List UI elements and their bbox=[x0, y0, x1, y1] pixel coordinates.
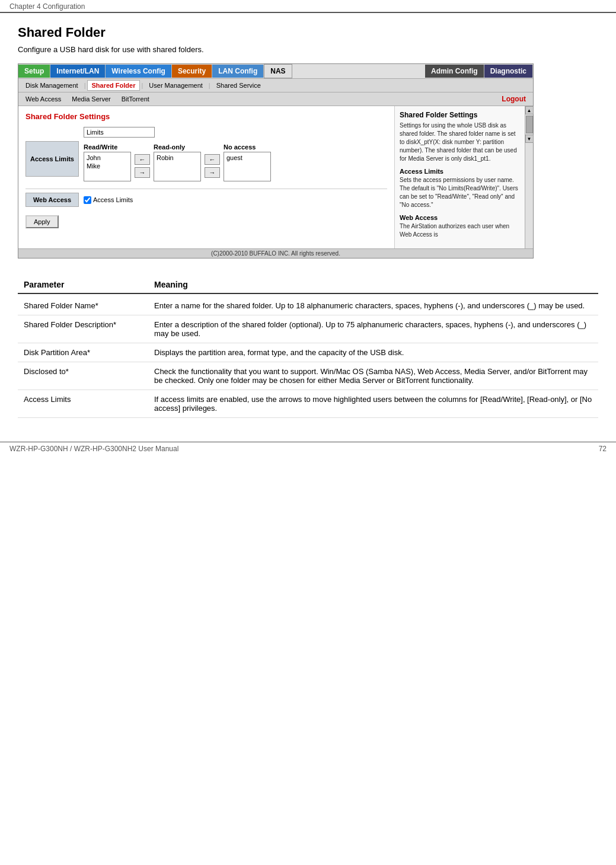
read-write-column: Read/Write John Mike bbox=[84, 143, 131, 181]
nav-tab-wireless-config[interactable]: Wireless Config bbox=[106, 65, 172, 78]
list-item[interactable]: Robin bbox=[155, 154, 199, 162]
arrow-col-left: ← → bbox=[135, 143, 150, 178]
ui-screenshot-box: Setup Internet/LAN Wireless Config Secur… bbox=[18, 63, 534, 258]
param-name: Shared Folder Name* bbox=[18, 293, 148, 315]
param-col-header: Parameter bbox=[18, 276, 148, 293]
web-access-label: Web Access bbox=[25, 193, 79, 207]
help-section2-text: The AirStation authorizes each user when… bbox=[400, 222, 520, 239]
logout-button[interactable]: Logout bbox=[497, 94, 531, 104]
web-access-content: Access Limits bbox=[79, 194, 138, 206]
form-panel: Shared Folder Settings Limits Access Lim… bbox=[18, 106, 394, 248]
table-row: Shared Folder Description*Enter a descri… bbox=[18, 315, 598, 343]
no-access-header: No access bbox=[224, 143, 271, 151]
param-name: Shared Folder Description* bbox=[18, 315, 148, 343]
nav-tab-lan-config[interactable]: LAN Config bbox=[212, 65, 264, 78]
nav2-shared-service[interactable]: Shared Service bbox=[212, 80, 266, 91]
list-item[interactable]: Mike bbox=[85, 162, 129, 170]
nav-tab-internet-lan[interactable]: Internet/LAN bbox=[50, 65, 106, 78]
breadcrumb-text: Chapter 4 Configuration bbox=[9, 2, 85, 11]
read-only-list[interactable]: Robin bbox=[154, 152, 201, 181]
nav-tab-setup[interactable]: Setup bbox=[18, 65, 50, 78]
nav3-bittorrent[interactable]: BitTorrent bbox=[117, 94, 154, 104]
param-name: Disk Partition Area* bbox=[18, 343, 148, 362]
list-item[interactable]: guest bbox=[225, 154, 269, 162]
param-meaning: Check the functionality that you want to… bbox=[148, 362, 598, 390]
arrow-right-btn[interactable]: → bbox=[135, 167, 150, 178]
param-meaning: If access limits are enabled, use the ar… bbox=[148, 390, 598, 418]
help-section1-text: Sets the access permissions by user name… bbox=[400, 176, 520, 209]
limits-dropdown[interactable]: Limits bbox=[84, 127, 155, 138]
breadcrumb: Chapter 4 Configuration bbox=[0, 0, 616, 13]
table-row: Disk Partition Area*Displays the partiti… bbox=[18, 343, 598, 362]
no-access-column: No access guest bbox=[224, 143, 271, 181]
read-only-header: Read-only bbox=[154, 143, 201, 151]
table-row: Shared Folder Name*Enter a name for the … bbox=[18, 293, 598, 315]
nav-row2: Disk Management | Shared Folder | User M… bbox=[18, 79, 533, 92]
param-name: Access Limits bbox=[18, 390, 148, 418]
access-limits-content: Read/Write John Mike ← → bbox=[79, 141, 387, 184]
help-panel: Shared Folder Settings Settings for usin… bbox=[394, 106, 525, 248]
page-title: Shared Folder bbox=[18, 25, 598, 40]
scroll-thumb[interactable] bbox=[526, 116, 533, 133]
table-row: Disclosed to*Check the functionality tha… bbox=[18, 362, 598, 390]
ui-footer-bar: (C)2000-2010 BUFFALO INC. All rights res… bbox=[18, 248, 533, 258]
access-limits-label: Access Limits bbox=[25, 141, 79, 177]
no-access-list[interactable]: guest bbox=[224, 152, 271, 181]
section-description: Configure a USB hard disk for use with s… bbox=[18, 45, 598, 54]
list-item[interactable]: John bbox=[85, 154, 129, 162]
arrow-col-right: ← → bbox=[205, 143, 220, 178]
nav-tab-nas[interactable]: NAS bbox=[264, 64, 292, 78]
help-intro-text: Settings for using the whole USB disk as… bbox=[400, 122, 520, 163]
help-panel-title: Shared Folder Settings bbox=[400, 111, 520, 119]
nav-tab-diagnostic[interactable]: Diagnostic bbox=[484, 65, 533, 78]
help-section1-title: Access Limits bbox=[400, 168, 520, 175]
form-panel-title: Shared Folder Settings bbox=[25, 112, 387, 121]
param-meaning: Enter a name for the shared folder. Up t… bbox=[148, 293, 598, 315]
nav-row3: Web Access Media Server BitTorrent Logou… bbox=[18, 92, 533, 106]
footer-right: 72 bbox=[599, 445, 607, 453]
apply-button[interactable]: Apply bbox=[25, 215, 59, 228]
dropdown-row: Limits bbox=[25, 127, 387, 138]
help-section2-title: Web Access bbox=[400, 214, 520, 221]
read-only-column: Read-only Robin bbox=[154, 143, 201, 181]
param-name: Disclosed to* bbox=[18, 362, 148, 390]
nav-row1: Setup Internet/LAN Wireless Config Secur… bbox=[18, 64, 533, 79]
page-footer: WZR-HP-G300NH / WZR-HP-G300NH2 User Manu… bbox=[0, 442, 616, 455]
arrow-left-btn[interactable]: ← bbox=[135, 154, 150, 165]
read-write-list[interactable]: John Mike bbox=[84, 152, 131, 181]
scrollbar[interactable]: ▲ ▼ bbox=[525, 106, 533, 248]
nav3-web-access[interactable]: Web Access bbox=[21, 94, 66, 104]
nav2-shared-folder[interactable]: Shared Folder bbox=[87, 80, 141, 91]
param-meaning: Enter a description of the shared folder… bbox=[148, 315, 598, 343]
nav-tab-admin-config[interactable]: Admin Config bbox=[425, 65, 484, 78]
table-row: Access LimitsIf access limits are enable… bbox=[18, 390, 598, 418]
web-access-checkbox-label[interactable]: Access Limits bbox=[84, 196, 133, 204]
nav2-user-management[interactable]: User Management bbox=[144, 80, 208, 91]
nav2-disk-management[interactable]: Disk Management bbox=[21, 80, 83, 91]
scroll-down-btn[interactable]: ▼ bbox=[525, 135, 534, 143]
scroll-up-btn[interactable]: ▲ bbox=[525, 106, 534, 114]
parameter-table: Parameter Meaning Shared Folder Name*Ent… bbox=[18, 276, 598, 418]
meaning-col-header: Meaning bbox=[148, 276, 598, 293]
read-write-header: Read/Write bbox=[84, 143, 131, 151]
nav-tab-security[interactable]: Security bbox=[172, 65, 212, 78]
access-limits-row: Access Limits Read/Write John Mike bbox=[25, 141, 387, 184]
web-access-checkbox[interactable] bbox=[84, 196, 91, 204]
arrow-left2-btn[interactable]: ← bbox=[205, 154, 220, 165]
web-access-row: Web Access Access Limits bbox=[25, 189, 387, 207]
param-meaning: Displays the partition area, format type… bbox=[148, 343, 598, 362]
columns-row: Read/Write John Mike ← → bbox=[84, 143, 382, 181]
footer-left: WZR-HP-G300NH / WZR-HP-G300NH2 User Manu… bbox=[9, 445, 178, 453]
arrow-right2-btn[interactable]: → bbox=[205, 167, 220, 178]
main-area: Shared Folder Settings Limits Access Lim… bbox=[18, 106, 533, 248]
nav3-media-server[interactable]: Media Server bbox=[67, 94, 115, 104]
